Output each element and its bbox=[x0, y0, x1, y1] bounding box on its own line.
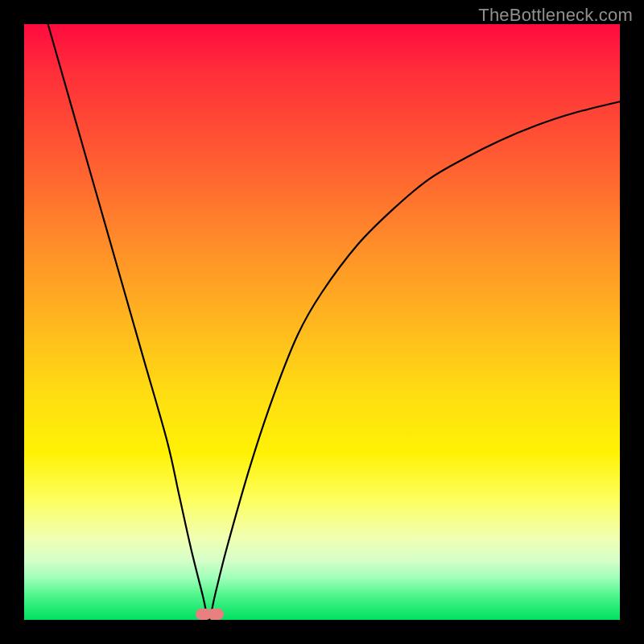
min-marker-right bbox=[208, 609, 224, 620]
plot-area bbox=[24, 24, 620, 620]
chart-frame: TheBottleneck.com bbox=[0, 0, 644, 644]
watermark-text: TheBottleneck.com bbox=[478, 5, 633, 26]
bottleneck-curve bbox=[24, 24, 620, 620]
